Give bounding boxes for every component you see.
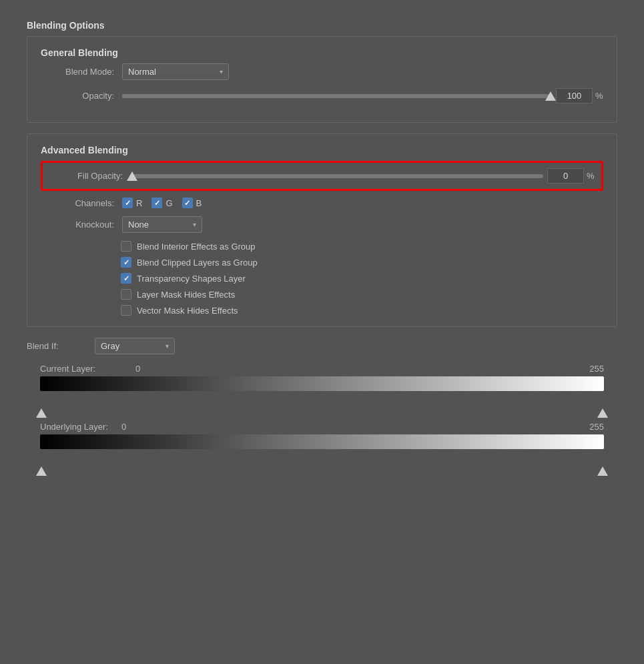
current-layer-max: 255 — [140, 364, 604, 374]
underlying-layer-left-handle[interactable] — [36, 466, 47, 476]
fill-opacity-highlight: Fill Opacity: 0 % — [41, 161, 603, 191]
opacity-slider-thumb[interactable] — [545, 91, 556, 101]
blend-if-section: Blend If: Gray ▾ Current Layer: 0 255 — [27, 338, 617, 464]
blend-mode-row: Blend Mode: Normal ▾ — [41, 63, 603, 80]
checkbox-vector-mask: Vector Mask Hides Effects — [121, 305, 603, 316]
blend-clipped-checkbox[interactable] — [121, 257, 131, 268]
channel-b-checkbox[interactable] — [182, 198, 193, 208]
fill-opacity-percent: % — [587, 171, 595, 181]
vector-mask-checkbox[interactable] — [121, 305, 131, 316]
panel-title: Blending Options — [27, 20, 617, 31]
knockout-value: None — [128, 220, 188, 230]
fill-opacity-label: Fill Opacity: — [49, 171, 123, 181]
blend-mode-dropdown[interactable]: Normal ▾ — [122, 63, 229, 80]
channel-r-checkbox[interactable] — [122, 198, 133, 208]
current-layer-gradient[interactable] — [40, 376, 604, 391]
underlying-layer-right-handle[interactable] — [597, 466, 608, 476]
current-layer-left-handle[interactable] — [36, 408, 47, 418]
current-layer-label: Current Layer: — [40, 364, 95, 374]
blend-if-row: Blend If: Gray ▾ — [27, 338, 617, 354]
channel-b: B — [182, 198, 202, 208]
advanced-blending-section: Advanced Blending Fill Opacity: 0 % Chan… — [27, 133, 617, 327]
current-layer-handles — [40, 394, 604, 406]
blend-if-arrow-icon: ▾ — [166, 342, 169, 350]
general-blending-section: General Blending Blend Mode: Normal ▾ Op… — [27, 36, 617, 123]
blend-if-dropdown[interactable]: Gray ▾ — [95, 338, 175, 354]
checkbox-layer-mask: Layer Mask Hides Effects — [121, 289, 603, 300]
channel-g: G — [151, 198, 172, 208]
current-layer-gradient-wrapper — [40, 376, 604, 406]
underlying-layer-label: Underlying Layer: — [40, 422, 108, 432]
opacity-row: Opacity: 100 % — [41, 88, 603, 103]
blend-mode-label: Blend Mode: — [41, 67, 114, 77]
knockout-dropdown-arrow-icon: ▾ — [193, 221, 196, 228]
channels-label: Channels: — [41, 198, 114, 208]
underlying-layer-handles — [40, 452, 604, 464]
current-layer-right-handle[interactable] — [597, 408, 608, 418]
blend-clipped-label: Blend Clipped Layers as Group — [137, 258, 258, 268]
underlying-layer-min: 0 — [121, 422, 126, 432]
general-blending-title: General Blending — [41, 47, 603, 58]
blend-if-value: Gray — [101, 341, 160, 351]
channel-g-checkbox[interactable] — [151, 198, 162, 208]
fill-opacity-row: Fill Opacity: 0 % — [49, 168, 595, 184]
fill-opacity-slider-thumb[interactable] — [127, 172, 137, 181]
underlying-layer-gradient-wrapper — [40, 434, 604, 464]
blend-mode-value: Normal — [128, 67, 214, 77]
opacity-slider-fill — [122, 94, 552, 98]
channel-r-label: R — [136, 198, 142, 208]
current-layer-min: 0 — [135, 364, 140, 374]
underlying-layer-gradient[interactable] — [40, 434, 604, 449]
opacity-input[interactable]: 100 — [556, 88, 593, 103]
channel-r: R — [122, 198, 142, 208]
opacity-percent: % — [595, 91, 603, 101]
transparency-label: Transparency Shapes Layer — [137, 274, 246, 284]
channel-b-label: B — [196, 198, 202, 208]
layer-mask-checkbox[interactable] — [121, 289, 131, 300]
blend-if-label: Blend If: — [27, 341, 80, 351]
channels-row: Channels: R G B — [41, 198, 603, 208]
blend-interior-label: Blend Interior Effects as Group — [137, 242, 256, 252]
knockout-label: Knockout: — [41, 220, 114, 230]
current-layer-values: Current Layer: 0 255 — [40, 364, 604, 374]
fill-opacity-slider-track[interactable] — [131, 174, 543, 178]
layer-mask-label: Layer Mask Hides Effects — [137, 290, 235, 300]
channel-g-label: G — [166, 198, 172, 208]
current-layer-section: Current Layer: 0 255 Underlying Layer: 0… — [27, 364, 617, 464]
opacity-slider-track[interactable] — [122, 94, 552, 98]
opacity-label: Opacity: — [41, 91, 114, 101]
vector-mask-label: Vector Mask Hides Effects — [137, 306, 238, 316]
fill-opacity-slider-container[interactable] — [131, 174, 547, 178]
checkbox-blend-clipped: Blend Clipped Layers as Group — [121, 257, 603, 268]
underlying-layer-max: 255 — [126, 422, 604, 432]
checkbox-blend-interior: Blend Interior Effects as Group — [121, 241, 603, 252]
transparency-checkbox[interactable] — [121, 273, 131, 284]
checkbox-transparency: Transparency Shapes Layer — [121, 273, 603, 284]
dropdown-arrow-icon: ▾ — [220, 68, 223, 75]
opacity-slider-container[interactable] — [122, 94, 556, 98]
fill-opacity-input[interactable]: 0 — [547, 168, 584, 184]
advanced-blending-title: Advanced Blending — [41, 145, 603, 155]
knockout-row: Knockout: None ▾ — [41, 216, 603, 233]
blending-options-panel: Blending Options General Blending Blend … — [13, 13, 631, 486]
blend-interior-checkbox[interactable] — [121, 241, 131, 252]
knockout-dropdown[interactable]: None ▾ — [122, 216, 202, 233]
underlying-layer-values: Underlying Layer: 0 255 — [40, 422, 604, 432]
